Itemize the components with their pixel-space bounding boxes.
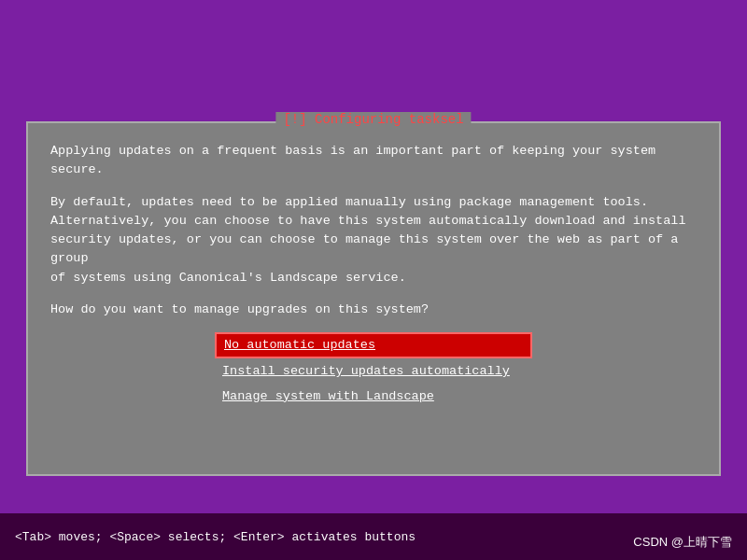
watermark: CSDN @上晴下雪 (633, 534, 732, 551)
option-no-automatic-updates[interactable]: No automatic updates (215, 332, 532, 358)
option-install-security-updates[interactable]: Install security updates automatically (215, 360, 532, 383)
dialog-box: [!] Configuring tasksel Applying updates… (26, 121, 721, 476)
dialog-content: Applying updates on a frequent basis is … (28, 123, 719, 423)
paragraph-1: Applying updates on a frequent basis is … (50, 142, 697, 180)
question-text: How do you want to manage upgrades on th… (50, 301, 697, 319)
option-manage-landscape[interactable]: Manage system with Landscape (215, 385, 532, 408)
paragraph-2: By default, updates need to be applied m… (50, 193, 697, 287)
options-list: No automatic updates Install security up… (50, 332, 697, 408)
keyboard-hint: <Tab> moves; <Space> selects; <Enter> ac… (15, 530, 416, 544)
dialog-title: [!] Configuring tasksel (275, 112, 471, 127)
